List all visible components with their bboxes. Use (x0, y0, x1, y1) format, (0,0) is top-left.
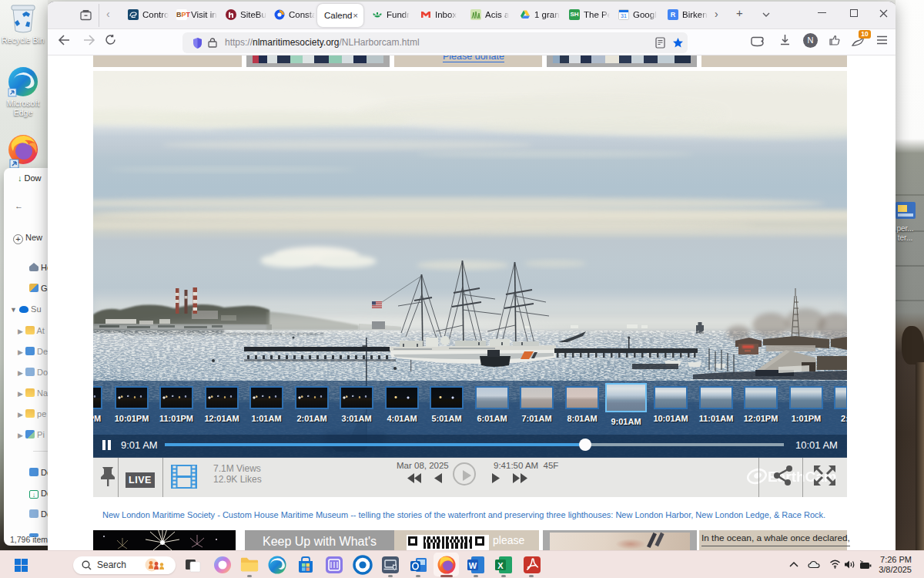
svg-text:X: X (497, 561, 504, 570)
svg-text:31: 31 (621, 13, 627, 18)
svg-text:W: W (469, 561, 477, 570)
